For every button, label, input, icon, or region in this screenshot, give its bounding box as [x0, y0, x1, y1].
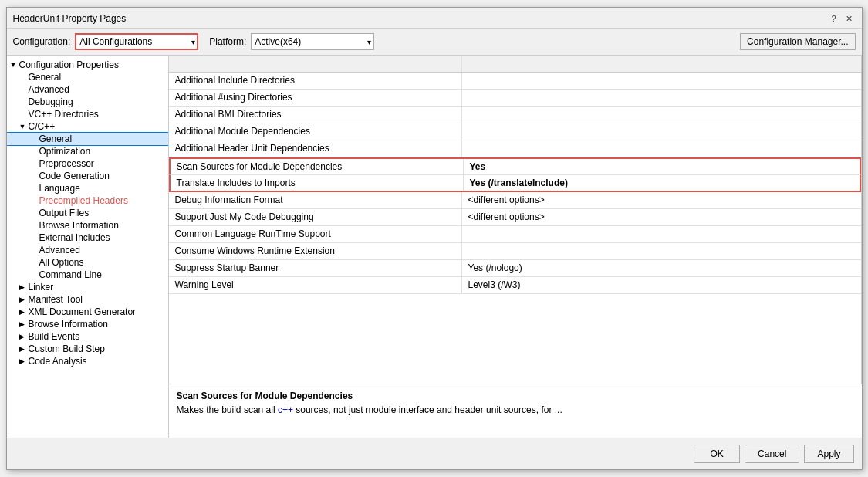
prop-name: Additional Include Directories — [169, 73, 462, 89]
prop-value — [462, 140, 861, 157]
prop-name: Additional #using Directories — [169, 90, 462, 106]
sidebar-item-cpp-general[interactable]: General — [7, 133, 168, 145]
table-row[interactable]: Additional Module Dependencies — [169, 123, 861, 140]
sidebar-item-xml-doc-gen[interactable]: ▶XML Document Generator — [7, 306, 168, 318]
table-row[interactable]: Translate Includes to ImportsYes (/trans… — [169, 175, 861, 192]
config-select[interactable]: All Configurations — [75, 33, 198, 50]
table-row[interactable]: Suppress Startup BannerYes (/nologo) — [169, 260, 861, 277]
prop-value — [462, 73, 861, 89]
description-text: Makes the build scan all c++ sources, no… — [177, 404, 854, 415]
sidebar-item-label-debugging: Debugging — [29, 96, 73, 107]
expander-custom-build: ▶ — [19, 345, 29, 353]
table-row[interactable]: Additional Include Directories — [169, 73, 861, 90]
sidebar-item-label-build-events: Build Events — [29, 331, 80, 342]
sidebar-item-label-preprocessor: Preprocessor — [39, 158, 94, 169]
title-bar-buttons: ? ✕ — [828, 12, 856, 25]
sidebar-item-cpp[interactable]: ▼C/C++ — [7, 120, 168, 133]
sidebar-item-label-all-options: All Options — [39, 257, 84, 268]
table-row[interactable]: Debug Information Format<different optio… — [169, 192, 861, 209]
prop-value: Yes — [464, 159, 860, 174]
sidebar-item-linker[interactable]: ▶Linker — [7, 281, 168, 293]
sidebar-item-label-optimization: Optimization — [39, 146, 91, 157]
platform-select[interactable]: Active(x64) — [251, 33, 374, 50]
table-row[interactable]: Additional #using Directories — [169, 90, 861, 107]
description-panel: Scan Sources for Module Dependencies Mak… — [169, 384, 862, 438]
sidebar-item-build-events[interactable]: ▶Build Events — [7, 330, 168, 343]
dialog-title: HeaderUnit Property Pages — [13, 13, 127, 24]
sidebar-item-label-config-props: Configuration Properties — [19, 59, 119, 70]
sidebar-item-vcpp-dirs[interactable]: VC++ Directories — [7, 108, 168, 120]
sidebar-item-code-analysis[interactable]: ▶Code Analysis — [7, 355, 168, 367]
title-bar: HeaderUnit Property Pages ? ✕ — [7, 8, 862, 29]
cancel-button[interactable]: Cancel — [745, 445, 799, 463]
sidebar-item-general[interactable]: General — [7, 71, 168, 83]
config-label: Configuration: — [13, 36, 71, 47]
sidebar-item-manifest-tool[interactable]: ▶Manifest Tool — [7, 293, 168, 306]
prop-name: Additional Module Dependencies — [169, 123, 462, 140]
sidebar-item-label-precomp-hdr: Precompiled Headers — [39, 195, 128, 206]
prop-name: Warning Level — [169, 277, 462, 293]
sidebar-item-code-gen[interactable]: Code Generation — [7, 170, 168, 182]
table-row[interactable]: Consume Windows Runtime Extension — [169, 243, 861, 260]
table-row[interactable]: Support Just My Code Debugging<different… — [169, 209, 861, 226]
prop-value — [462, 243, 861, 259]
config-bar: Configuration: All Configurations Platfo… — [7, 29, 862, 56]
table-row[interactable]: Additional BMI Directories — [169, 107, 861, 123]
expander-xml-doc-gen: ▶ — [19, 308, 29, 316]
close-button[interactable]: ✕ — [843, 12, 856, 25]
dialog: HeaderUnit Property Pages ? ✕ Configurat… — [6, 7, 863, 470]
ok-button[interactable]: OK — [694, 445, 740, 463]
prop-name: Common Language RunTime Support — [169, 226, 462, 242]
prop-name: Debug Information Format — [169, 192, 462, 208]
apply-button[interactable]: Apply — [804, 445, 853, 463]
sidebar-item-all-options[interactable]: All Options — [7, 256, 168, 269]
table-row[interactable]: Common Language RunTime Support — [169, 226, 861, 243]
prop-value — [462, 90, 861, 106]
expander-cpp: ▼ — [19, 123, 29, 130]
table-row[interactable]: Additional Header Unit Dependencies — [169, 140, 861, 157]
right-panel: Additional Include DirectoriesAdditional… — [169, 56, 862, 438]
prop-value — [462, 123, 861, 140]
table-row[interactable]: Warning LevelLevel3 (/W3) — [169, 277, 861, 294]
description-title: Scan Sources for Module Dependencies — [177, 391, 854, 401]
sidebar-item-label-output-files: Output Files — [39, 208, 90, 218]
prop-value: Yes (/translateInclude) — [464, 175, 860, 191]
sidebar-item-label-cpp-general: General — [39, 134, 73, 144]
sidebar-item-cpp-advanced[interactable]: Advanced — [7, 244, 168, 256]
sidebar-item-label-code-analysis: Code Analysis — [29, 356, 87, 367]
table-row[interactable]: Scan Sources for Module DependenciesYes — [169, 157, 861, 175]
sidebar-item-language[interactable]: Language — [7, 182, 168, 195]
platform-label: Platform: — [209, 36, 246, 47]
platform-select-wrapper: Active(x64) — [251, 33, 374, 50]
sidebar-item-label-code-gen: Code Generation — [39, 171, 110, 181]
sidebar-item-browse-info[interactable]: Browse Information — [7, 219, 168, 232]
sidebar-item-cmd-line[interactable]: Command Line — [7, 269, 168, 281]
sidebar-item-custom-build[interactable]: ▶Custom Build Step — [7, 343, 168, 355]
prop-value: <different options> — [462, 209, 861, 225]
code-span: c++ — [278, 404, 293, 415]
expander-code-analysis: ▶ — [19, 357, 29, 365]
expander-linker: ▶ — [19, 283, 29, 291]
sidebar-item-debugging[interactable]: Debugging — [7, 96, 168, 108]
sidebar-item-config-props[interactable]: ▼Configuration Properties — [7, 59, 168, 71]
expander-manifest-tool: ▶ — [19, 296, 29, 303]
expander-build-events: ▶ — [19, 333, 29, 340]
sidebar-item-label-browse-info-top: Browse Information — [29, 319, 108, 330]
sidebar-item-label-vcpp-dirs: VC++ Directories — [29, 109, 99, 120]
sidebar-item-ext-includes[interactable]: External Includes — [7, 232, 168, 244]
prop-name: Scan Sources for Module Dependencies — [171, 159, 464, 174]
sidebar-item-label-general: General — [29, 72, 62, 83]
sidebar-item-label-manifest-tool: Manifest Tool — [29, 294, 83, 305]
sidebar-item-label-ext-includes: External Includes — [39, 232, 110, 243]
config-manager-button[interactable]: Configuration Manager... — [740, 33, 855, 50]
sidebar-item-precomp-hdr[interactable]: Precompiled Headers — [7, 195, 168, 207]
sidebar-item-label-language: Language — [39, 183, 80, 194]
sidebar-item-label-cpp: C/C++ — [29, 121, 56, 132]
sidebar-item-optimization[interactable]: Optimization — [7, 145, 168, 157]
sidebar-item-output-files[interactable]: Output Files — [7, 207, 168, 219]
bottom-bar: OK Cancel Apply — [7, 438, 862, 469]
sidebar-item-preprocessor[interactable]: Preprocessor — [7, 157, 168, 170]
help-button[interactable]: ? — [828, 12, 840, 25]
sidebar-item-browse-info-top[interactable]: ▶Browse Information — [7, 318, 168, 330]
sidebar-item-advanced[interactable]: Advanced — [7, 83, 168, 96]
